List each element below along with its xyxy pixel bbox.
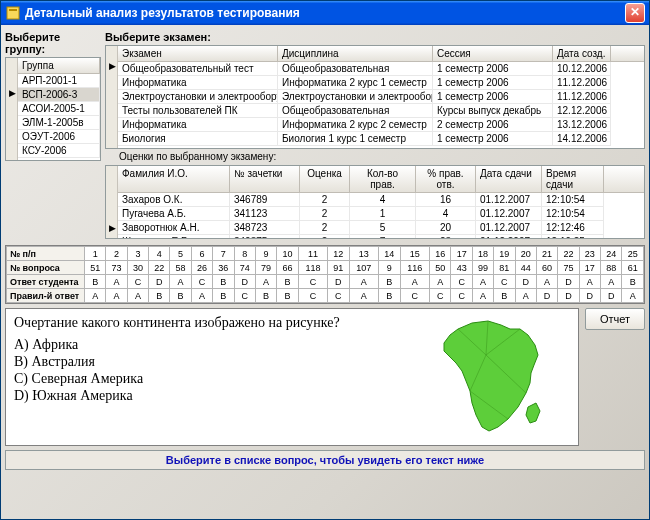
answer-cell[interactable]: A [349, 275, 379, 289]
answer-cell[interactable]: 73 [106, 261, 127, 275]
answer-cell[interactable]: A [191, 289, 212, 303]
group-listbox[interactable]: ▶ Группа АРП-2001-1ВСП-2006-3АСОИ-2005-1… [5, 57, 101, 161]
exam-table[interactable]: ▶ Экзамен Дисциплина Сессия Дата созд. О… [105, 45, 645, 149]
answer-cell[interactable]: 8 [234, 247, 255, 261]
answer-cell[interactable]: 99 [472, 261, 493, 275]
answer-cell[interactable]: 9 [255, 247, 276, 261]
students-table[interactable]: ▶ Фамилия И.О. № зачетки Оценка Кол-во п… [105, 165, 645, 239]
exam-row[interactable]: ИнформатикаИнформатика 2 курс 1 семестр1… [118, 76, 644, 90]
answer-cell[interactable]: D [558, 289, 579, 303]
answer-cell[interactable]: 17 [579, 261, 600, 275]
answer-cell[interactable]: C [191, 275, 212, 289]
answer-cell[interactable]: 61 [622, 261, 644, 275]
answer-cell[interactable]: A [127, 289, 148, 303]
answer-cell[interactable]: 16 [430, 247, 451, 261]
answer-cell[interactable]: 18 [472, 247, 493, 261]
group-row[interactable]: ОЭУТ-2006 [18, 130, 100, 144]
exam-row[interactable]: Электроустановки и электрооборудованиеЭл… [118, 90, 644, 104]
answer-cell[interactable]: 12 [328, 247, 349, 261]
answer-cell[interactable]: 2 [106, 247, 127, 261]
answer-cell[interactable]: 91 [328, 261, 349, 275]
answer-cell[interactable]: 11 [298, 247, 328, 261]
answer-cell[interactable]: 50 [430, 261, 451, 275]
group-row[interactable]: ЭЛМ-1-2005в [18, 116, 100, 130]
answer-cell[interactable]: A [430, 275, 451, 289]
answer-cell[interactable]: B [85, 275, 106, 289]
answer-cell[interactable]: 6 [191, 247, 212, 261]
answer-cell[interactable]: A [622, 289, 644, 303]
answer-cell[interactable]: 10 [277, 247, 298, 261]
answer-cell[interactable]: 23 [579, 247, 600, 261]
exam-row[interactable]: Тесты пользователей ПКОбщеобразовательна… [118, 104, 644, 118]
answer-cell[interactable]: A [85, 289, 106, 303]
answer-cell[interactable]: A [106, 289, 127, 303]
answer-cell[interactable]: A [400, 275, 430, 289]
answer-cell[interactable]: 107 [349, 261, 379, 275]
answer-cell[interactable]: D [234, 275, 255, 289]
answer-cell[interactable]: D [328, 275, 349, 289]
answer-cell[interactable]: B [213, 275, 234, 289]
answer-cell[interactable]: C [400, 289, 430, 303]
answer-cell[interactable]: A [472, 275, 493, 289]
answer-cell[interactable]: C [430, 289, 451, 303]
answer-cell[interactable]: 58 [170, 261, 191, 275]
answer-cell[interactable]: 44 [515, 261, 536, 275]
answer-cell[interactable]: 25 [622, 247, 644, 261]
answer-cell[interactable]: D [515, 275, 536, 289]
exam-row[interactable]: ИнформатикаИнформатика 2 курс 2 семестр2… [118, 118, 644, 132]
student-row[interactable]: Пугачева А.Б.34112321401.12.200712:10:54 [118, 207, 644, 221]
answer-cell[interactable]: B [379, 289, 400, 303]
report-button[interactable]: Отчет [585, 308, 645, 330]
answer-cell[interactable]: C [451, 289, 472, 303]
answer-cell[interactable]: B [277, 275, 298, 289]
answer-cell[interactable]: 66 [277, 261, 298, 275]
answer-cell[interactable]: 60 [536, 261, 557, 275]
answer-cell[interactable]: 14 [379, 247, 400, 261]
answer-cell[interactable]: C [494, 275, 515, 289]
answer-cell[interactable]: 13 [349, 247, 379, 261]
exam-row[interactable]: Общеобразовательный тестОбщеобразователь… [118, 62, 644, 76]
answer-cell[interactable]: 51 [85, 261, 106, 275]
answer-cell[interactable]: 19 [494, 247, 515, 261]
student-row[interactable]: Шарикова Е.Р.340875272801.12.200712:19:2… [118, 235, 644, 239]
exam-row[interactable]: БиологияБиология 1 курс 1 семестр1 семес… [118, 132, 644, 146]
answer-cell[interactable]: A [106, 275, 127, 289]
answer-cell[interactable]: A [255, 275, 276, 289]
answer-cell[interactable]: D [149, 275, 170, 289]
answer-cell[interactable]: 43 [451, 261, 472, 275]
answer-cell[interactable]: A [515, 289, 536, 303]
answer-cell[interactable]: 21 [536, 247, 557, 261]
answer-cell[interactable]: 81 [494, 261, 515, 275]
answer-cell[interactable]: 88 [600, 261, 621, 275]
answer-cell[interactable]: 36 [213, 261, 234, 275]
answer-cell[interactable]: 74 [234, 261, 255, 275]
answer-cell[interactable]: 79 [255, 261, 276, 275]
answer-cell[interactable]: B [494, 289, 515, 303]
answer-cell[interactable]: 5 [170, 247, 191, 261]
answer-cell[interactable]: D [558, 275, 579, 289]
answer-cell[interactable]: 9 [379, 261, 400, 275]
answer-cell[interactable]: 22 [149, 261, 170, 275]
answer-cell[interactable]: 3 [127, 247, 148, 261]
answer-cell[interactable]: 118 [298, 261, 328, 275]
answer-cell[interactable]: C [298, 289, 328, 303]
answer-cell[interactable]: 116 [400, 261, 430, 275]
group-row[interactable]: КСУ-2006 [18, 144, 100, 158]
group-row[interactable]: ВСП-2006-3 [18, 88, 100, 102]
student-row[interactable]: Захаров О.К.346789241601.12.200712:10:54 [118, 193, 644, 207]
answer-cell[interactable]: 4 [149, 247, 170, 261]
answers-table[interactable]: № п/п12345678910111213141516171819202122… [5, 245, 645, 304]
answer-cell[interactable]: B [255, 289, 276, 303]
answer-cell[interactable]: 15 [400, 247, 430, 261]
answer-cell[interactable]: 30 [127, 261, 148, 275]
answer-cell[interactable]: 20 [515, 247, 536, 261]
answer-cell[interactable]: A [349, 289, 379, 303]
answer-cell[interactable]: B [149, 289, 170, 303]
answer-cell[interactable]: 7 [213, 247, 234, 261]
answer-cell[interactable]: 1 [85, 247, 106, 261]
answer-cell[interactable]: C [127, 275, 148, 289]
answer-cell[interactable]: C [298, 275, 328, 289]
answer-cell[interactable]: 17 [451, 247, 472, 261]
answer-cell[interactable]: B [213, 289, 234, 303]
answer-cell[interactable]: B [622, 275, 644, 289]
